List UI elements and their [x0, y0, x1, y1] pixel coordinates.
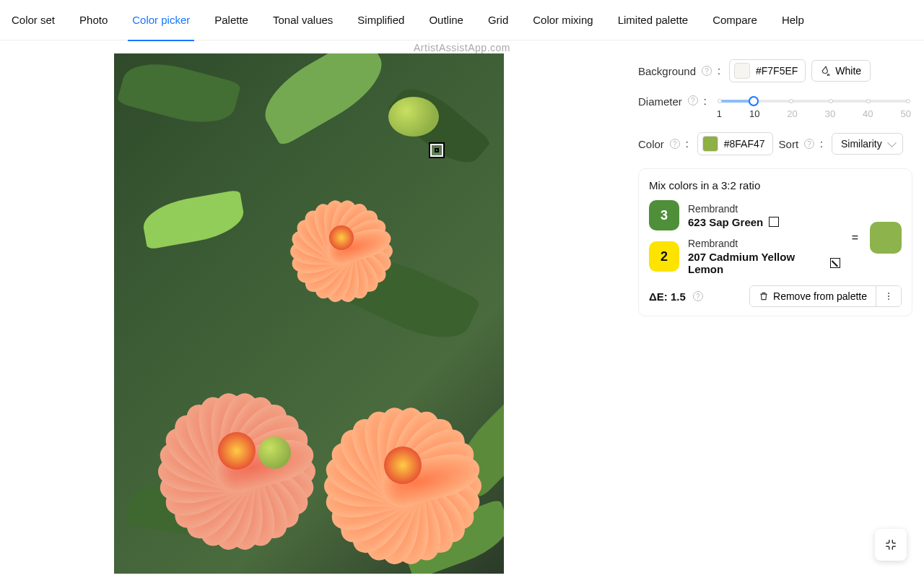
help-icon[interactable]: ?: [702, 66, 712, 76]
mix-component: 3Rembrandt623 Sap Green: [649, 200, 840, 230]
color-label: Color: [638, 138, 664, 150]
tab-outline[interactable]: Outline: [429, 0, 463, 40]
color-sampler-marker[interactable]: [430, 144, 443, 157]
diameter-slider[interactable]: 11020304050: [715, 95, 912, 119]
help-icon[interactable]: ?: [693, 291, 703, 301]
tab-help[interactable]: Help: [782, 0, 804, 40]
ratio-chip: 3: [649, 200, 679, 230]
svg-point-1: [888, 296, 889, 297]
background-hex-value: #F7F5EF: [756, 65, 798, 77]
paint-brand: Rembrandt: [688, 203, 779, 215]
help-icon[interactable]: ?: [804, 139, 814, 149]
tab-simplified[interactable]: Simplified: [357, 0, 404, 40]
target-color-hex: #8FAF47: [724, 138, 765, 150]
tab-compare[interactable]: Compare: [712, 0, 757, 40]
target-color-input[interactable]: #8FAF47: [697, 132, 773, 155]
tab-grid[interactable]: Grid: [488, 0, 508, 40]
ratio-chip: 2: [649, 241, 679, 272]
semi-transparent-icon: [830, 258, 840, 268]
tab-color-mixing[interactable]: Color mixing: [533, 0, 593, 40]
mix-result-swatch: [870, 222, 902, 254]
photo-canvas[interactable]: [114, 53, 504, 574]
more-vertical-icon: [884, 291, 894, 301]
delta-e-value: ΔE: 1.5: [649, 290, 686, 303]
svg-point-0: [888, 293, 889, 294]
trash-icon: [759, 291, 769, 301]
help-icon[interactable]: ?: [670, 139, 680, 149]
background-swatch: [734, 63, 750, 79]
tab-palette[interactable]: Palette: [214, 0, 248, 40]
sort-select[interactable]: Similarity: [832, 133, 903, 155]
exit-fullscreen-button[interactable]: [875, 529, 907, 561]
opaque-icon: [769, 217, 779, 227]
more-actions-button[interactable]: [876, 286, 901, 306]
watermark: ArtistAssistApp.com: [414, 42, 510, 53]
sort-label: Sort: [779, 138, 799, 150]
tab-color-set[interactable]: Color set: [12, 0, 55, 40]
background-label: Background: [638, 65, 696, 77]
equals-sign: =: [852, 231, 858, 244]
background-color-input[interactable]: #F7F5EF: [729, 59, 806, 82]
remove-from-palette-button[interactable]: Remove from palette: [750, 286, 876, 306]
slider-handle[interactable]: [749, 96, 759, 106]
svg-point-2: [888, 298, 889, 300]
minimize-icon: [884, 538, 897, 551]
paint-name: 623 Sap Green: [688, 216, 779, 228]
controls-panel: Background ? : #F7F5EF White Diameter ? …: [638, 53, 912, 574]
tab-photo[interactable]: Photo: [79, 0, 108, 40]
help-icon[interactable]: ?: [688, 95, 698, 105]
mix-component: 2Rembrandt207 Cadmium Yellow Lemon: [649, 238, 840, 275]
tab-tonal-values[interactable]: Tonal values: [273, 0, 333, 40]
paint-brand: Rembrandt: [688, 238, 840, 249]
top-tabs: Color setPhotoColor pickerPaletteTonal v…: [0, 0, 924, 40]
tab-limited-palette[interactable]: Limited palette: [618, 0, 689, 40]
set-white-button[interactable]: White: [811, 60, 871, 82]
target-color-swatch: [702, 136, 718, 152]
paint-name: 207 Cadmium Yellow Lemon: [688, 251, 840, 275]
mix-title: Mix colors in a 3:2 ratio: [649, 179, 902, 191]
fill-icon: [821, 66, 831, 76]
tab-color-picker[interactable]: Color picker: [132, 0, 190, 40]
color-mix-card: Mix colors in a 3:2 ratio 3Rembrandt623 …: [638, 168, 912, 316]
diameter-label: Diameter: [638, 95, 682, 108]
